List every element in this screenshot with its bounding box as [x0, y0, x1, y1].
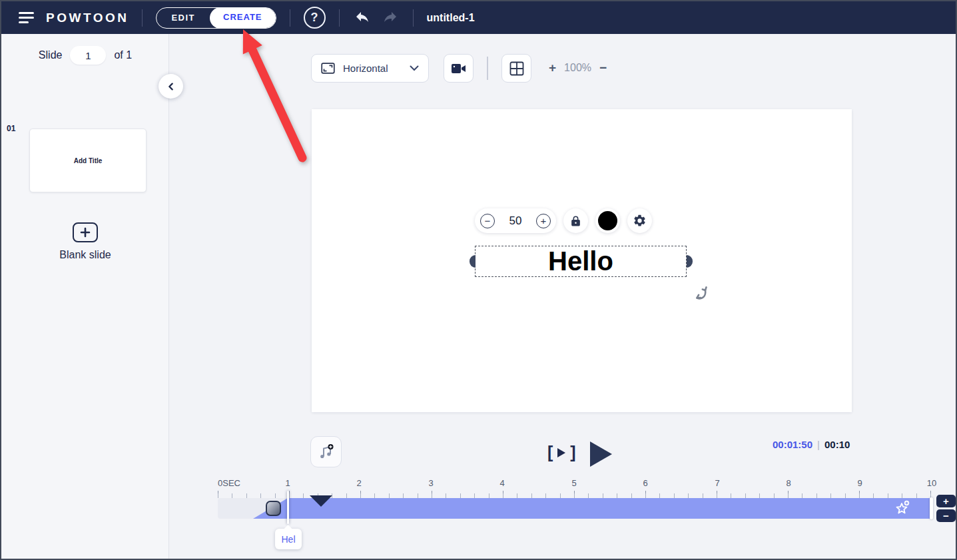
playhead-tooltip-label: Hel	[281, 534, 295, 545]
ruler-label-8: 8	[779, 478, 798, 488]
font-size-stepper: − 50 +	[475, 208, 556, 233]
increase-font-size-button[interactable]: +	[536, 214, 551, 228]
ruler-label-7: 7	[707, 478, 727, 488]
create-mode-button[interactable]: CREATE	[210, 7, 275, 29]
slide-thumbnail[interactable]: Add Title	[29, 129, 147, 192]
divider	[487, 57, 488, 80]
hamburger-menu-icon[interactable]	[19, 9, 34, 27]
chevron-down-icon	[410, 65, 419, 71]
bracket-close: ]	[570, 443, 575, 462]
settings-button[interactable]	[627, 208, 652, 233]
decrease-font-size-button[interactable]: −	[480, 214, 495, 228]
timeline-playhead[interactable]	[287, 491, 289, 524]
zoom-in-button[interactable]: +	[549, 61, 556, 74]
preview-slide-button[interactable]: [ ]	[547, 443, 576, 462]
top-bar: POWTOON EDIT CREATE ? untitled-1	[1, 1, 956, 34]
ruler-label-2: 2	[349, 478, 369, 488]
ruler-label-4: 4	[492, 478, 512, 488]
resize-handle-right[interactable]	[687, 255, 693, 268]
record-camera-button[interactable]	[444, 54, 474, 83]
resize-handle-left[interactable]	[470, 255, 476, 268]
edit-mode-button[interactable]: EDIT	[157, 13, 210, 23]
undo-icon[interactable]	[353, 9, 372, 27]
timeline-slide-duration-bar[interactable]	[253, 498, 930, 519]
divider	[290, 9, 290, 27]
zoom-level: 100%	[564, 62, 591, 74]
orientation-label: Horizontal	[343, 63, 402, 74]
slides-sidebar: Slide 1 of 1 01 Add Title Blank slide	[1, 34, 169, 560]
total-time: 00:10	[824, 439, 850, 450]
ruler-label-6: 6	[635, 478, 655, 488]
slide-number-input[interactable]: 1	[70, 46, 106, 65]
slide-thumbnail-index: 01	[7, 124, 15, 133]
edit-create-toggle: EDIT CREATE	[156, 7, 276, 29]
ruler-label-3: 3	[421, 478, 441, 488]
ruler-label-5: 5	[564, 478, 584, 488]
video-camera-icon	[451, 62, 467, 75]
add-effect-star-icon[interactable]	[893, 499, 912, 520]
lock-button[interactable]	[563, 208, 588, 233]
slide-total-label: of 1	[114, 49, 132, 61]
bracket-open: [	[547, 443, 553, 462]
text-format-controls: − 50 +	[475, 208, 652, 233]
divider	[142, 9, 143, 27]
grid-icon	[509, 61, 524, 76]
sidebar-collapse-button[interactable]	[159, 74, 183, 99]
plus-icon	[80, 227, 91, 238]
redo-icon[interactable]	[381, 9, 400, 27]
canvas-text[interactable]: Hello	[548, 246, 613, 276]
help-icon[interactable]: ?	[304, 7, 326, 29]
color-swatch	[598, 211, 617, 230]
blank-slide-label: Blank slide	[1, 249, 169, 261]
orientation-icon	[321, 63, 335, 74]
timeline-zoom-in-button[interactable]: +	[936, 495, 956, 507]
timeline-zoom-out-button[interactable]: −	[936, 509, 956, 522]
timeline-end-handle[interactable]	[930, 497, 933, 519]
slide-thumbnail-title: Add Title	[74, 157, 103, 164]
add-blank-slide-button[interactable]	[73, 222, 98, 242]
powtoon-editor-window: POWTOON EDIT CREATE ? untitled-1 Slide 1…	[0, 0, 957, 560]
powtoon-logo: POWTOON	[46, 11, 129, 25]
grid-layout-button[interactable]	[501, 54, 531, 83]
chevron-left-icon	[166, 81, 176, 92]
slide-counter: Slide 1 of 1	[1, 46, 169, 65]
mini-play-icon	[557, 448, 565, 457]
ruler-label-0: 0SEC	[218, 478, 240, 488]
playhead-tooltip: Hel	[275, 529, 302, 549]
gear-icon	[633, 214, 647, 228]
current-time: 00:01:50	[773, 439, 812, 450]
rotate-handle-icon[interactable]	[693, 284, 711, 304]
font-size-value: 50	[509, 214, 522, 228]
ruler-label-9: 9	[850, 478, 870, 488]
divider	[339, 9, 340, 27]
play-button[interactable]	[590, 441, 612, 467]
ruler-label-10: 10	[922, 478, 942, 488]
ruler-label-1: 1	[278, 478, 298, 488]
time-display: 00:01:50 | 00:10	[773, 439, 850, 450]
canvas-zoom-control: + 100% −	[549, 61, 607, 74]
selected-text-element[interactable]: Hello	[475, 246, 687, 277]
slide-canvas[interactable]: − 50 + Hello	[312, 109, 852, 412]
zoom-out-button[interactable]: −	[599, 61, 607, 74]
text-color-button[interactable]	[595, 208, 620, 233]
music-note-plus-icon	[316, 442, 336, 462]
orientation-dropdown[interactable]: Horizontal	[311, 54, 429, 83]
document-title[interactable]: untitled-1	[427, 12, 475, 24]
time-separator: |	[817, 439, 820, 450]
timeline-object-thumbnail[interactable]	[266, 501, 281, 516]
slide-counter-label: Slide	[39, 49, 63, 61]
lock-icon	[569, 214, 582, 227]
add-music-button[interactable]	[310, 436, 342, 467]
blank-slide-section: Blank slide	[1, 222, 169, 261]
divider	[413, 9, 414, 27]
